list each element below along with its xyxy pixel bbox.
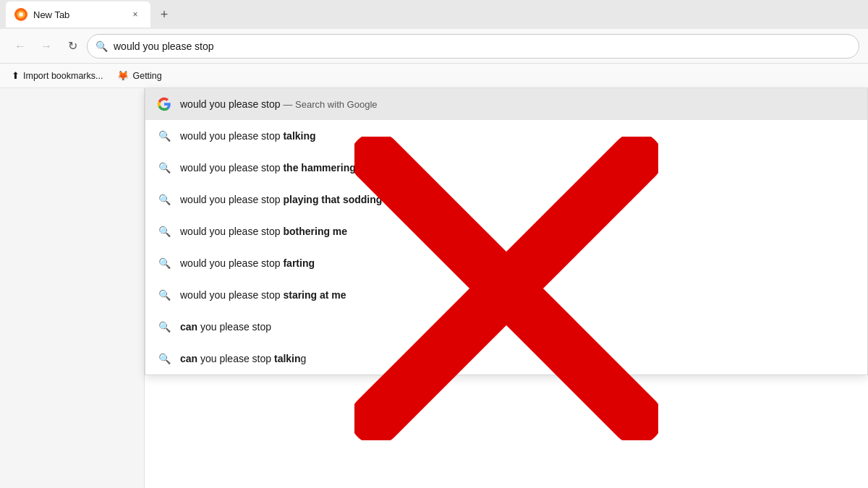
- search-icon-5: 🔍: [157, 256, 171, 270]
- search-icon-6: 🔍: [157, 288, 171, 302]
- back-button[interactable]: ←: [9, 35, 32, 58]
- dropdown-item-3[interactable]: 🔍 would you please stop playing that sod…: [145, 184, 867, 215]
- bookmark-bar: ⬆ Import bookmarks... 🦊 Getting: [0, 64, 868, 88]
- search-dropdown: would you please stop — Search with Goog…: [145, 88, 868, 375]
- refresh-button[interactable]: ↻: [61, 35, 84, 58]
- dropdown-area: would you please stop — Search with Goog…: [145, 88, 868, 488]
- search-icon-3: 🔍: [157, 192, 171, 207]
- dropdown-item-5[interactable]: 🔍 would you please stop farting: [145, 247, 867, 279]
- nav-bar: ← → ↻ 🔍: [0, 29, 868, 64]
- dropdown-google-search[interactable]: would you please stop — Search with Goog…: [145, 88, 867, 120]
- forward-button[interactable]: →: [35, 35, 58, 58]
- main-content: would you please stop — Search with Goog…: [0, 88, 868, 488]
- suggestion-3-text: would you please stop playing that soddi…: [180, 194, 856, 205]
- import-icon: ⬆: [12, 70, 20, 81]
- bookmark-import-label: Import bookmarks...: [23, 71, 103, 81]
- google-search-query: would you please stop: [180, 98, 281, 110]
- google-g-icon: [157, 97, 171, 111]
- suggestion-1-text: would you please stop talking: [180, 130, 856, 142]
- active-tab[interactable]: New Tab ×: [6, 1, 150, 27]
- tab-bar: New Tab × +: [6, 1, 862, 27]
- dropdown-item-2[interactable]: 🔍 would you please stop the hammering: [145, 152, 867, 184]
- new-tab-button[interactable]: +: [153, 4, 175, 25]
- title-bar: New Tab × +: [0, 0, 868, 29]
- suggestion-8-text: can you please stop talking: [180, 353, 856, 364]
- search-icon-8: 🔍: [157, 351, 171, 366]
- search-icon-4: 🔍: [157, 224, 171, 239]
- tab-title: New Tab: [33, 9, 123, 20]
- bookmark-getting-label: Getting: [132, 71, 161, 81]
- address-bar-container: 🔍: [87, 34, 859, 59]
- bookmark-item-getting[interactable]: 🦊 Getting: [111, 67, 167, 84]
- suggestion-2-text: would you please stop the hammering: [180, 162, 856, 174]
- suggestion-5-text: would you please stop farting: [180, 257, 856, 269]
- suggestion-6-text: would you please stop staring at me: [180, 289, 856, 301]
- google-search-text: would you please stop — Search with Goog…: [180, 98, 856, 110]
- dropdown-item-4[interactable]: 🔍 would you please stop bothering me: [145, 215, 867, 247]
- sidebar: [0, 88, 145, 488]
- tab-close-button[interactable]: ×: [129, 8, 142, 21]
- firefox-bookmark-icon: 🦊: [117, 70, 129, 81]
- dropdown-item-7[interactable]: 🔍 can you please stop: [145, 311, 867, 343]
- firefox-icon: [14, 8, 27, 21]
- dropdown-item-8[interactable]: 🔍 can you please stop talking: [145, 343, 867, 374]
- search-icon-7: 🔍: [157, 320, 171, 334]
- google-search-label: — Search with Google: [283, 99, 377, 110]
- dropdown-item-6[interactable]: 🔍 would you please stop staring at me: [145, 279, 867, 311]
- search-icon-1: 🔍: [157, 129, 171, 143]
- search-icon-2: 🔍: [157, 160, 171, 175]
- address-input[interactable]: [87, 34, 859, 59]
- suggestion-4-text: would you please stop bothering me: [180, 226, 856, 237]
- dropdown-item-1[interactable]: 🔍 would you please stop talking: [145, 120, 867, 152]
- bookmark-item-import[interactable]: ⬆ Import bookmarks...: [6, 67, 109, 84]
- svg-point-2: [19, 12, 23, 17]
- suggestion-7-text: can you please stop: [180, 321, 856, 333]
